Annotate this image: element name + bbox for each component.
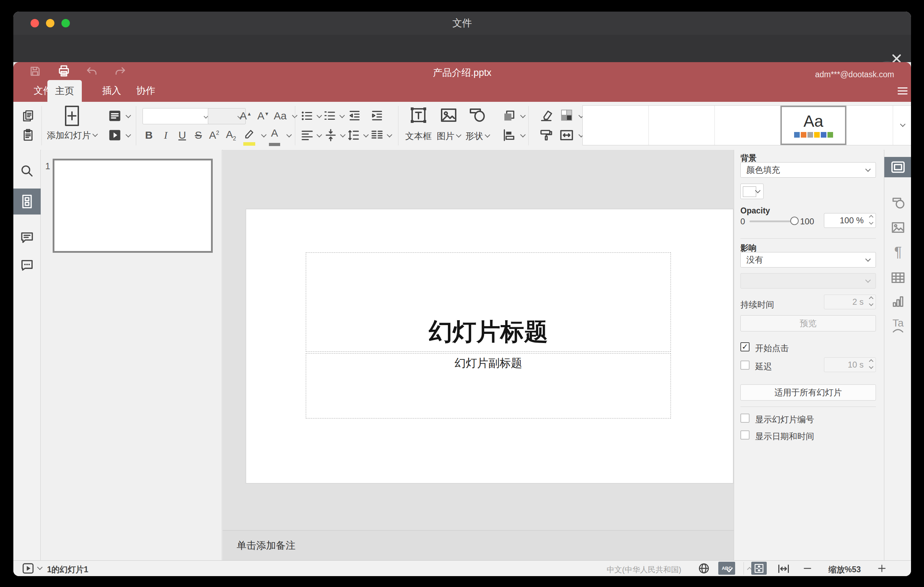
show-datetime-checkbox[interactable] bbox=[741, 430, 749, 440]
clear-style-icon[interactable] bbox=[539, 109, 553, 123]
bold-button[interactable]: B bbox=[145, 129, 153, 141]
textart-settings-icon[interactable]: Ta bbox=[892, 317, 904, 333]
spinner-arrows[interactable] bbox=[870, 216, 873, 224]
opacity-slider-track[interactable] bbox=[749, 221, 794, 222]
fill-type-select[interactable]: 颜色填充 bbox=[741, 162, 876, 178]
subscript-button[interactable]: A2 bbox=[226, 129, 236, 142]
chat-icon[interactable] bbox=[20, 258, 35, 272]
paste-icon[interactable] bbox=[21, 129, 35, 142]
spinner-arrows[interactable] bbox=[870, 297, 873, 305]
tab-insert[interactable]: 插入 bbox=[102, 84, 121, 97]
language-selector[interactable]: 中文(中华人民共和国) bbox=[607, 564, 681, 575]
slide-canvas[interactable]: 幻灯片标题 幻灯片副标题 bbox=[246, 209, 733, 483]
increase-font-button[interactable]: A▲ bbox=[240, 110, 252, 122]
chevron-down-icon[interactable] bbox=[261, 132, 267, 138]
vertical-align-icon[interactable] bbox=[324, 129, 337, 142]
italic-button[interactable]: I bbox=[164, 129, 167, 141]
comments-icon[interactable] bbox=[20, 231, 34, 245]
image-settings-icon[interactable] bbox=[891, 221, 906, 234]
slide-thumbnail-selected[interactable] bbox=[53, 159, 213, 253]
font-name-select[interactable] bbox=[142, 108, 212, 124]
chevron-down-icon[interactable] bbox=[363, 132, 369, 138]
theme-option[interactable] bbox=[649, 106, 715, 145]
spinner-arrows[interactable] bbox=[870, 360, 873, 368]
title-placeholder[interactable]: 幻灯片标题 bbox=[306, 252, 671, 352]
numbered-list-icon[interactable] bbox=[323, 109, 337, 122]
shape-icon[interactable] bbox=[468, 107, 487, 123]
theme-option-selected[interactable]: Aa bbox=[780, 106, 846, 145]
chevron-down-icon[interactable] bbox=[520, 132, 526, 138]
decrease-font-button[interactable]: A▼ bbox=[257, 110, 269, 122]
change-case-button[interactable]: Aa bbox=[274, 110, 287, 122]
tab-home[interactable]: 主页 bbox=[48, 80, 82, 102]
copy-icon[interactable] bbox=[21, 109, 35, 122]
shape-fill-icon[interactable] bbox=[559, 107, 574, 123]
superscript-button[interactable]: A2 bbox=[209, 129, 219, 141]
add-slide-button[interactable] bbox=[64, 105, 81, 128]
theme-option[interactable] bbox=[583, 106, 649, 145]
chevron-down-icon[interactable] bbox=[317, 132, 322, 138]
chevron-down-icon[interactable] bbox=[520, 113, 526, 118]
table-settings-icon[interactable] bbox=[891, 271, 906, 284]
chevron-down-icon[interactable] bbox=[37, 564, 43, 570]
horizontal-align-icon[interactable] bbox=[300, 129, 314, 142]
chart-settings-icon[interactable] bbox=[891, 295, 905, 308]
fit-width-icon[interactable] bbox=[777, 564, 790, 574]
chevron-down-icon[interactable] bbox=[126, 113, 131, 118]
chevron-down-icon[interactable] bbox=[126, 132, 131, 138]
spellcheck-button[interactable]: ABC bbox=[718, 562, 735, 575]
delay-spinner[interactable]: 10 s bbox=[824, 358, 876, 372]
opacity-spinner[interactable]: 100 % bbox=[824, 213, 876, 228]
add-slide-label[interactable]: 添加幻灯片 bbox=[47, 130, 97, 141]
copy-style-icon[interactable] bbox=[539, 128, 553, 142]
zoom-in-icon[interactable] bbox=[877, 564, 887, 573]
tab-collaboration[interactable]: 协作 bbox=[136, 84, 155, 97]
theme-option[interactable] bbox=[846, 106, 893, 145]
slide-layout-icon[interactable] bbox=[107, 109, 122, 123]
search-icon[interactable] bbox=[20, 164, 34, 178]
bullet-list-icon[interactable] bbox=[300, 109, 314, 122]
arrange-icon[interactable] bbox=[502, 109, 516, 123]
language-globe-icon[interactable] bbox=[698, 562, 710, 574]
preview-button[interactable]: 预览 bbox=[741, 315, 876, 331]
fill-color-select[interactable] bbox=[741, 184, 764, 199]
increase-indent-icon[interactable] bbox=[370, 109, 384, 122]
zoom-out-icon[interactable] bbox=[802, 566, 812, 571]
chevron-down-icon[interactable] bbox=[387, 132, 393, 138]
notes-area[interactable]: 单击添加备注 bbox=[223, 530, 734, 561]
textbox-icon[interactable] bbox=[409, 106, 427, 124]
columns-icon[interactable] bbox=[370, 129, 384, 142]
chevron-down-icon[interactable] bbox=[340, 132, 346, 138]
decrease-indent-icon[interactable] bbox=[348, 109, 361, 122]
show-slide-number-checkbox[interactable] bbox=[741, 414, 749, 423]
slide-settings-tab-selected[interactable] bbox=[884, 157, 911, 177]
slides-panel-tab-selected[interactable] bbox=[13, 188, 41, 214]
line-spacing-icon[interactable] bbox=[347, 129, 361, 142]
underline-button[interactable]: U bbox=[178, 129, 186, 141]
opacity-slider-knob[interactable] bbox=[790, 217, 799, 225]
image-icon[interactable] bbox=[439, 107, 458, 123]
effect-select[interactable]: 没有 bbox=[741, 252, 876, 267]
align-objects-icon[interactable] bbox=[502, 128, 516, 142]
hamburger-menu-icon[interactable] bbox=[897, 86, 909, 96]
slideshow-icon[interactable] bbox=[107, 128, 122, 142]
apply-to-all-button[interactable]: 适用于所有幻灯片 bbox=[741, 384, 876, 401]
chevron-down-icon[interactable] bbox=[287, 132, 292, 138]
start-on-click-checkbox[interactable]: ✓ bbox=[741, 342, 749, 351]
start-slideshow-icon[interactable] bbox=[22, 562, 35, 574]
chevron-down-icon[interactable] bbox=[317, 113, 322, 118]
shape-label[interactable]: 形状 bbox=[465, 130, 489, 142]
image-label[interactable]: 图片 bbox=[437, 130, 460, 142]
fit-slide-button-selected[interactable] bbox=[751, 562, 767, 575]
shape-settings-icon[interactable] bbox=[891, 196, 906, 210]
subtitle-placeholder[interactable]: 幻灯片副标题 bbox=[306, 353, 671, 419]
strikethrough-button[interactable]: S bbox=[195, 129, 202, 141]
paragraph-settings-icon[interactable]: ¶ bbox=[894, 244, 901, 260]
theme-option[interactable] bbox=[715, 106, 781, 145]
textbox-label[interactable]: 文本框 bbox=[406, 130, 432, 142]
duration-spinner[interactable]: 2 s bbox=[824, 295, 876, 309]
effect-type-select-disabled[interactable] bbox=[741, 273, 876, 289]
chevron-down-icon[interactable] bbox=[340, 113, 345, 118]
slide-size-icon[interactable] bbox=[559, 128, 574, 142]
delay-checkbox[interactable] bbox=[741, 361, 749, 370]
